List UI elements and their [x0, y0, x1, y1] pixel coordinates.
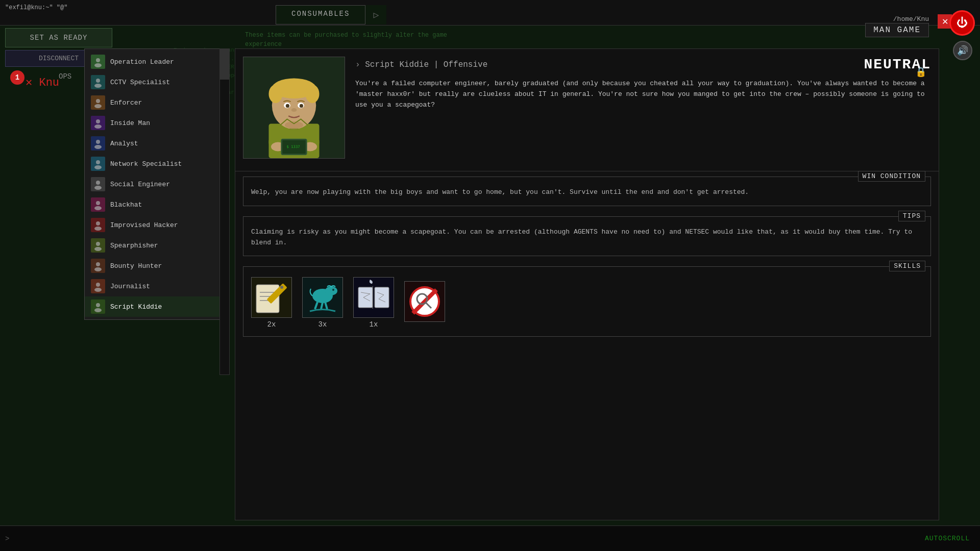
skill-item-4	[404, 281, 445, 324]
character-info: Script Kiddie | Offensive NEUTRAL You're…	[355, 57, 931, 110]
character-name: Enforcer	[110, 99, 142, 107]
skill-count-1: 2x	[267, 320, 276, 329]
character-portrait: $ 1337	[243, 57, 345, 159]
character-name: Bounty Hunter	[110, 262, 162, 270]
character-list-item[interactable]: Improvised Hacker	[85, 215, 222, 235]
lock-icon: 🔒	[915, 66, 926, 78]
tab-consumables[interactable]: CONSUMABLES	[276, 5, 365, 24]
character-avatar	[91, 279, 105, 293]
svg-point-20	[96, 262, 100, 266]
character-name: Inside Man	[110, 119, 150, 127]
character-role: Script Kiddie | Offensive	[355, 60, 487, 69]
skills-box: SKILLS 2x	[243, 266, 931, 337]
svg-point-4	[96, 99, 100, 103]
character-avatar	[91, 116, 105, 130]
svg-point-17	[94, 227, 102, 231]
svg-point-12	[96, 181, 100, 185]
man-game-title: MAN GAME	[865, 23, 929, 37]
character-list-item[interactable]: Journalist	[85, 276, 222, 296]
svg-point-8	[96, 140, 100, 144]
character-list-item[interactable]: Bounty Hunter	[85, 256, 222, 276]
character-name: Analyst	[110, 140, 138, 147]
character-avatar	[91, 259, 105, 273]
svg-point-32	[269, 85, 283, 103]
character-name: Blackhat	[110, 201, 142, 209]
character-list-item[interactable]: Social Engineer	[85, 174, 222, 194]
svg-rect-59	[375, 287, 389, 308]
scroll-bar[interactable]	[219, 48, 230, 375]
svg-point-16	[96, 221, 100, 226]
character-avatar	[91, 197, 105, 212]
character-name: Spearphisher	[110, 242, 158, 249]
skill-icon-horse	[302, 277, 343, 318]
svg-point-18	[96, 242, 100, 246]
character-list-item[interactable]: Network Specialist	[85, 154, 222, 174]
skill-count-2: 3x	[318, 320, 327, 329]
svg-text:$ 1337: $ 1337	[287, 144, 300, 149]
character-list-item[interactable]: Script Kiddie	[85, 296, 222, 317]
character-list-item[interactable]: Spearphisher	[85, 235, 222, 256]
skill-item-1: 2x	[251, 277, 292, 329]
character-list: Operation Leader CCTV Specialist Enforce…	[84, 48, 222, 320]
character-list-item[interactable]: CCTV Specialist	[85, 72, 222, 92]
autoscroll-label: AUTOSCROLL	[925, 535, 970, 542]
power-icon: ⏻	[957, 16, 968, 30]
svg-point-7	[94, 124, 102, 129]
ops-label: OPS	[59, 72, 71, 81]
character-avatar	[91, 55, 105, 69]
svg-point-53	[325, 286, 337, 295]
win-condition-title: WIN CONDITION	[858, 171, 925, 182]
skill-icon-ban	[404, 281, 445, 322]
window-title: "exfil@knu:~" "@"	[5, 4, 67, 11]
svg-point-10	[96, 160, 100, 164]
character-avatar	[91, 299, 105, 314]
role-line: Script Kiddie | Offensive NEUTRAL	[355, 57, 931, 72]
character-header: $ 1337 Script Kiddie | Offensive NEUTRAL…	[235, 49, 939, 171]
skill-count-3: 1x	[370, 320, 378, 329]
set-ready-button[interactable]: SET AS READY	[5, 28, 112, 47]
character-avatar	[91, 75, 105, 89]
character-avatar	[91, 157, 105, 171]
skill-icon-map	[353, 277, 394, 318]
svg-line-56	[321, 303, 323, 309]
character-description: You're a failed computer engineer, barel…	[355, 79, 931, 110]
character-name: Improvised Hacker	[110, 221, 178, 229]
svg-point-25	[94, 308, 102, 312]
scroll-thumb[interactable]	[220, 49, 229, 80]
character-detail-panel: $ 1337 Script Kiddie | Offensive NEUTRAL…	[235, 48, 939, 520]
sound-button[interactable]: 🔊	[953, 41, 972, 60]
tab-arrow[interactable]: ▷	[365, 5, 386, 24]
win-condition-text: Welp, you are now playing with the big b…	[243, 180, 930, 206]
top-navigation: CONSUMABLES ▷	[276, 5, 386, 24]
power-button[interactable]: ⏻	[949, 10, 975, 36]
bottom-bar: > AUTOSCROLL	[0, 525, 980, 551]
character-avatar	[91, 177, 105, 191]
svg-rect-40	[289, 129, 299, 130]
svg-point-14	[96, 201, 100, 205]
tips-box: TIPS Claiming is risky as you might beco…	[243, 216, 931, 257]
character-name: Journalist	[110, 283, 150, 290]
character-avatar	[91, 238, 105, 253]
tips-title: TIPS	[898, 211, 925, 221]
tips-text: Claiming is risky as you might become a …	[243, 219, 930, 256]
terminal-prompt: >	[5, 535, 9, 543]
character-list-item[interactable]: Enforcer	[85, 92, 222, 113]
win-condition-box: WIN CONDITION Welp, you are now playing …	[243, 177, 931, 206]
character-list-item[interactable]: Analyst	[85, 133, 222, 154]
notification-badge: 1	[10, 70, 24, 85]
svg-point-23	[94, 288, 102, 292]
character-name: Network Specialist	[110, 160, 182, 168]
character-list-item[interactable]: Inside Man	[85, 113, 222, 133]
svg-point-22	[96, 283, 100, 287]
home-path: /home/Knu	[865, 15, 929, 23]
character-name: Social Engineer	[110, 181, 170, 188]
svg-point-38	[291, 108, 297, 112]
character-avatar	[91, 95, 105, 110]
character-list-item[interactable]: Blackhat	[85, 194, 222, 215]
character-avatar	[91, 136, 105, 151]
knu-label: ✕ Knu	[26, 76, 59, 89]
svg-point-5	[94, 104, 102, 108]
skills-title: SKILLS	[889, 261, 925, 271]
character-list-item[interactable]: Operation Leader	[85, 52, 222, 72]
top-bar: "exfil@knu:~" "@"	[0, 0, 980, 26]
